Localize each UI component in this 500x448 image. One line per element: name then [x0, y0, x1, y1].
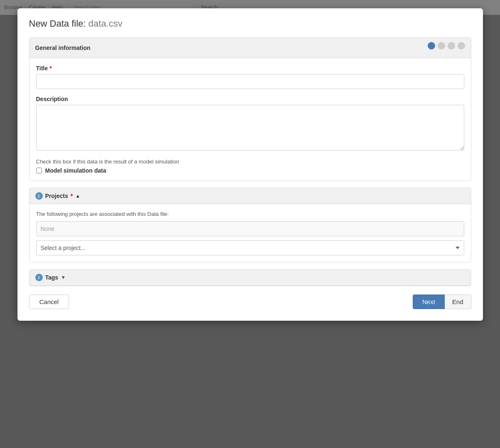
general-info-body: Title * Description Check this box if th… — [30, 58, 471, 181]
title-field-group: Title * — [36, 65, 464, 89]
modal-filename: data.csv — [89, 18, 123, 29]
projects-header: i Projects * ▲ — [30, 188, 471, 204]
step-dot-1 — [428, 42, 435, 50]
description-field-group: Description — [36, 96, 464, 152]
model-simulation-checkbox[interactable] — [36, 168, 42, 173]
description-label: Description — [36, 96, 464, 102]
projects-required-marker: * — [71, 193, 73, 199]
tags-info-icon: i — [35, 274, 43, 281]
model-simulation-row: Model simulation data — [36, 167, 464, 174]
modal-overlay: New Data file: data.csv General informat… — [0, 0, 500, 448]
tags-section: i Tags ▼ — [29, 269, 471, 286]
description-textarea[interactable] — [36, 105, 464, 151]
modal-dialog: New Data file: data.csv General informat… — [17, 8, 483, 321]
next-button[interactable]: Next — [413, 295, 445, 309]
general-info-section: General information Title * — [29, 37, 471, 181]
projects-selected-display: None — [36, 221, 464, 236]
projects-info-icon: i — [35, 192, 43, 200]
step-indicators — [428, 42, 465, 50]
general-info-header: General information — [30, 38, 471, 58]
projects-section: i Projects * ▲ The following projects ar… — [29, 188, 471, 262]
modal-footer: Cancel Next End — [29, 295, 471, 309]
modal-header: New Data file: data.csv — [29, 18, 471, 29]
end-button[interactable]: End — [445, 295, 471, 309]
projects-header-left: i Projects * ▲ — [35, 192, 81, 200]
projects-body: The following projects are associated wi… — [30, 204, 471, 262]
title-label: Title * — [36, 65, 464, 72]
projects-title: Projects — [45, 193, 68, 199]
tags-header-left: i Tags ▼ — [35, 274, 66, 281]
modal-title: New Data file: data.csv — [29, 18, 471, 29]
checkbox-hint-text: Check this box if this data is the resul… — [36, 158, 464, 165]
step-dot-2 — [438, 42, 445, 50]
step-dot-3 — [448, 42, 455, 50]
title-required-marker: * — [49, 65, 52, 72]
projects-collapse-icon[interactable]: ▲ — [75, 193, 80, 199]
title-input[interactable] — [36, 74, 464, 89]
tags-header[interactable]: i Tags ▼ — [30, 270, 471, 286]
tags-chevron-icon: ▼ — [61, 275, 66, 280]
tags-title: Tags — [45, 274, 59, 281]
model-simulation-label[interactable]: Model simulation data — [45, 167, 106, 174]
general-info-title: General information — [35, 45, 91, 51]
next-end-button-group: Next End — [413, 295, 471, 309]
projects-none-text: None — [41, 225, 54, 232]
projects-description: The following projects are associated wi… — [36, 211, 464, 217]
projects-select[interactable]: Select a project... — [36, 240, 464, 255]
step-dot-4 — [458, 42, 465, 50]
cancel-button[interactable]: Cancel — [29, 295, 69, 309]
